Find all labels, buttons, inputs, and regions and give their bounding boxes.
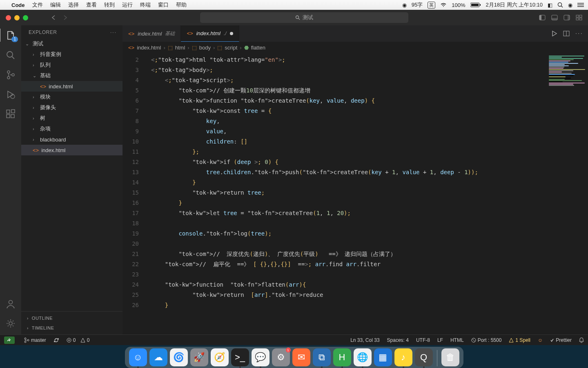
zoom-window-button[interactable] [23, 15, 28, 20]
status-indent[interactable]: Spaces: 4 [387, 337, 409, 343]
editor-tab[interactable]: <> index.html 基础 [122, 25, 181, 42]
dock-nie[interactable]: 🌀 [170, 348, 188, 366]
dock-hbuilder[interactable]: H [333, 348, 351, 366]
menu-run[interactable]: 运行 [122, 1, 133, 9]
status-formatter[interactable]: Prettier [550, 337, 572, 343]
folder-item[interactable]: ›杂项 [21, 123, 122, 134]
svg-point-35 [24, 341, 26, 343]
status-language[interactable]: HTML [450, 337, 464, 343]
status-lang[interactable]: 英 [428, 2, 435, 9]
menu-window[interactable]: 窗口 [158, 1, 169, 9]
status-copilot-icon[interactable]: ☺ [538, 337, 543, 343]
dock-launchpad[interactable]: 🚀 [190, 348, 208, 366]
close-window-button[interactable] [6, 15, 11, 20]
status-input[interactable]: 95字 [412, 1, 423, 9]
minimize-window-button[interactable] [14, 15, 20, 20]
menu-edit[interactable]: 编辑 [50, 1, 61, 9]
menu-terminal[interactable]: 终端 [140, 1, 151, 9]
macos-menubar: Code 文件 编辑 选择 查看 转到 运行 终端 窗口 帮助 ◉ 95字 英 … [0, 0, 588, 10]
activity-account-icon[interactable] [5, 298, 16, 309]
dock-quicktime[interactable]: Q [415, 348, 433, 366]
menu-help[interactable]: 帮助 [176, 1, 187, 9]
activity-search-icon[interactable] [5, 50, 16, 61]
editor-tabs: <> index.html 基础 <> index.html ./ ··· [122, 25, 588, 42]
folder-item[interactable]: ›模块 [21, 92, 122, 102]
menu-file[interactable]: 文件 [32, 1, 43, 9]
dock-vscode[interactable]: ⧉ [313, 348, 331, 366]
split-editor-icon[interactable] [563, 31, 570, 36]
dock-safari[interactable]: 🧭 [211, 348, 229, 366]
folder-item[interactable]: ›队列 [21, 60, 122, 70]
layout-customize-icon[interactable] [576, 15, 582, 20]
activity-settings-icon[interactable] [5, 318, 16, 329]
svg-rect-15 [568, 15, 570, 20]
status-branch[interactable]: master [24, 337, 46, 343]
remote-indicator[interactable] [4, 337, 15, 344]
control-center-icon[interactable] [577, 2, 584, 7]
dock-chrome[interactable]: 🌐 [354, 348, 372, 366]
nav-forward-icon[interactable] [62, 15, 69, 20]
dock-terminal[interactable]: >_ [231, 348, 249, 366]
layout-panel-icon[interactable] [551, 15, 558, 20]
folder-root[interactable]: ⌄测试 [21, 38, 122, 49]
dock-area: ☺ ☁ 🌀 🚀 🧭 >_ 💬 [0, 345, 588, 368]
folder-item[interactable]: ›抖音案例 [21, 49, 122, 60]
nav-back-icon[interactable] [50, 15, 58, 20]
app-menu[interactable]: Code [11, 2, 25, 8]
outline-section[interactable]: ›OUTLINE [21, 313, 122, 323]
menu-selection[interactable]: 选择 [68, 1, 79, 9]
layout-sidebar-right-icon[interactable] [564, 15, 570, 20]
minimap[interactable] [547, 53, 588, 334]
menu-go[interactable]: 转到 [104, 1, 115, 9]
file-html-icon: <> [187, 30, 193, 36]
file-item[interactable]: <>index.html [21, 81, 122, 92]
status-live-server[interactable]: Port : 5500 [471, 337, 502, 343]
activity-extensions-icon[interactable] [5, 109, 16, 119]
activity-scm-icon[interactable] [5, 70, 16, 80]
command-center[interactable]: 测试 [200, 12, 408, 23]
folder-item[interactable]: ›blackboard [21, 134, 122, 145]
activity-debug-icon[interactable] [5, 89, 16, 100]
folder-item-open[interactable]: ⌄基础 [21, 70, 122, 81]
status-problems[interactable]: 0 0 [67, 337, 90, 343]
status-notifications-icon[interactable] [579, 337, 584, 343]
svg-rect-17 [579, 15, 582, 17]
battery-icon [470, 2, 481, 7]
dock-finder[interactable]: ☺ [129, 348, 147, 366]
wifi-icon[interactable] [440, 2, 447, 7]
spotlight-icon[interactable] [557, 2, 563, 8]
run-code-icon[interactable] [551, 30, 557, 37]
folder-item[interactable]: ›摄像头 [21, 102, 122, 113]
status-app-icon[interactable]: ◧ [548, 2, 552, 8]
code-editor[interactable]: <;"tok-tag">html "tok-attr">lang="en">;<… [146, 53, 547, 334]
explorer-sidebar: EXPLORER ··· ⌄测试 ›抖音案例 ›队列 ⌄基础 <>index.h… [21, 25, 122, 334]
vscode-window: 测试 1 EXPLORER [0, 10, 588, 345]
status-encoding[interactable]: UTF-8 [416, 337, 430, 343]
status-date[interactable]: 2月18日 周六 上午10:10 [486, 1, 543, 9]
explorer-more-icon[interactable]: ··· [110, 29, 117, 35]
dock-app1[interactable]: ▦ [374, 348, 392, 366]
dock-postman[interactable]: ✉ [292, 348, 310, 366]
dock-settings[interactable]: ⚙ 1 [272, 348, 290, 366]
status-spell[interactable]: 1 Spell [509, 337, 530, 343]
dock-music[interactable]: ♪ [394, 348, 412, 366]
editor-tab-active[interactable]: <> index.html ./ [181, 25, 239, 42]
status-cursor-pos[interactable]: Ln 33, Col 33 [350, 337, 379, 343]
activity-explorer-icon[interactable]: 1 [5, 30, 16, 41]
status-eye-icon[interactable]: ◉ [402, 2, 407, 8]
dock-trash[interactable]: 🗑 [441, 348, 459, 366]
timeline-section[interactable]: ›TIMELINE [21, 323, 122, 333]
layout-sidebar-left-icon[interactable] [539, 15, 546, 20]
svg-rect-2 [480, 4, 481, 6]
dock-wechat[interactable]: 💬 [252, 348, 270, 366]
menu-view[interactable]: 查看 [86, 1, 97, 9]
status-sync[interactable] [53, 337, 59, 343]
folder-item[interactable]: ›树 [21, 113, 122, 123]
tab-more-icon[interactable]: ··· [575, 30, 583, 37]
status-eol[interactable]: LF [437, 337, 443, 343]
dock-baidu[interactable]: ☁ [149, 348, 167, 366]
siri-icon[interactable]: ◉ [568, 2, 572, 8]
file-item-active[interactable]: <>index.html [21, 145, 122, 155]
status-battery[interactable]: 100% [452, 2, 465, 8]
breadcrumbs[interactable]: <> index.html› ⬚ html› ⬚ body› ⬚ script›… [122, 42, 588, 53]
